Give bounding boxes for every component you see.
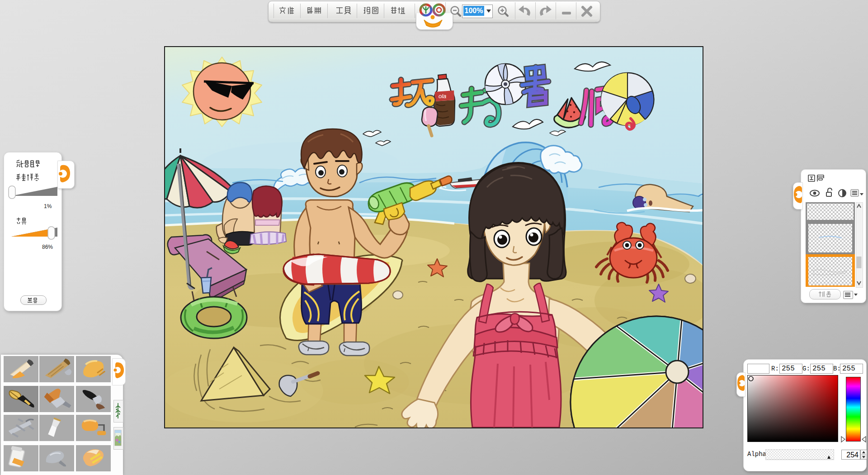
svg-text:ola: ola: [439, 93, 446, 100]
